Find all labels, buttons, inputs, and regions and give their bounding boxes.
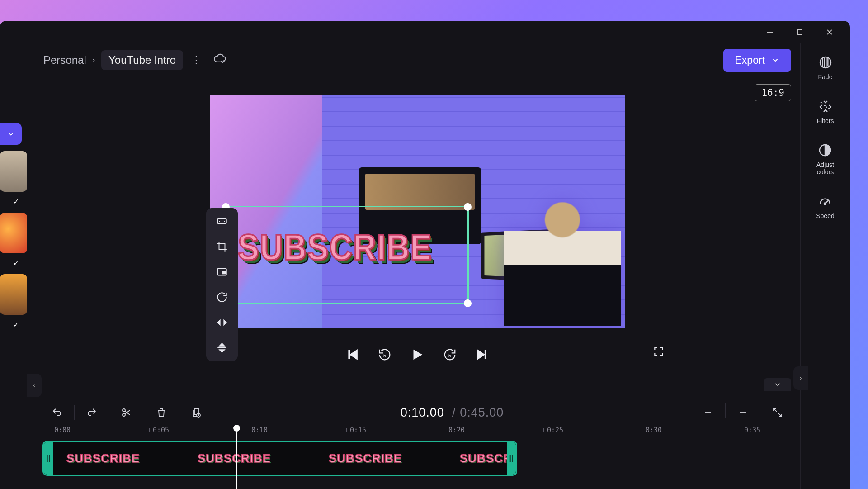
media-thumbnail[interactable] xyxy=(0,151,27,192)
redo-button[interactable] xyxy=(80,403,104,423)
fade-tool[interactable]: Fade xyxy=(818,55,833,81)
check-icon: ✓ xyxy=(9,195,23,208)
collapse-right-panel[interactable]: › xyxy=(793,366,808,390)
center-column: Personal › YouTube Intro ⋮ Export 16:9 xyxy=(34,43,800,489)
export-label: Export xyxy=(735,54,765,66)
skip-end-button[interactable] xyxy=(475,348,488,363)
rotate-button[interactable] xyxy=(213,289,231,306)
svg-point-15 xyxy=(123,413,125,416)
fade-icon xyxy=(818,55,833,70)
clip-preview-label: SUBSCRIBE xyxy=(198,451,271,465)
timeline-ruler[interactable]: 0:000:050:100:150:200:250:300:35 xyxy=(41,426,800,441)
minimize-button[interactable] xyxy=(757,21,783,43)
crop-button[interactable] xyxy=(213,238,231,255)
playhead[interactable] xyxy=(236,426,237,489)
project-title[interactable]: YouTube Intro xyxy=(101,50,183,70)
svg-marker-11 xyxy=(414,350,423,360)
svg-rect-1 xyxy=(797,30,802,34)
check-icon: ✓ xyxy=(9,256,23,270)
object-toolbar xyxy=(206,208,238,361)
svg-line-26 xyxy=(778,413,782,417)
timeline-clip[interactable]: || SUBSCRIBE SUBSCRIBE SUBSCRIBE SUBSCRI… xyxy=(42,441,517,476)
ruler-tick: 0:35 xyxy=(744,426,760,434)
timecode-display: 0:10.00 / 0:45.00 xyxy=(211,405,693,420)
flip-horizontal-button[interactable] xyxy=(213,314,231,331)
ruler-tick: 0:30 xyxy=(646,426,662,434)
chevron-right-icon: › xyxy=(90,56,98,64)
timeline-toolbar: 0:10.00 / 0:45.00 xyxy=(34,399,800,426)
fit-button[interactable] xyxy=(213,213,231,230)
svg-point-34 xyxy=(824,203,826,205)
skip-start-button[interactable] xyxy=(346,348,360,363)
selection-box[interactable]: SUBSCRIBE xyxy=(225,206,469,304)
total-time: 0:45.00 xyxy=(460,406,504,419)
check-icon: ✓ xyxy=(9,318,23,331)
clip-trim-left[interactable]: || xyxy=(44,442,53,475)
close-button[interactable] xyxy=(816,21,843,43)
current-time: 0:10.00 xyxy=(401,406,444,419)
speed-icon xyxy=(818,194,832,209)
resize-handle-br[interactable] xyxy=(464,299,472,307)
chevron-down-icon xyxy=(771,56,779,64)
fullscreen-button[interactable] xyxy=(653,346,665,359)
zoom-in-button[interactable] xyxy=(696,403,720,423)
svg-rect-4 xyxy=(217,219,226,224)
scene-person xyxy=(504,190,621,326)
pip-button[interactable] xyxy=(213,263,231,280)
split-button[interactable] xyxy=(115,403,138,423)
svg-line-25 xyxy=(774,408,777,412)
breadcrumb-root[interactable]: Personal xyxy=(43,54,86,66)
undo-button[interactable] xyxy=(45,403,69,423)
export-button[interactable]: Export xyxy=(723,49,791,72)
svg-marker-12 xyxy=(477,350,484,359)
media-panel-strip: ✓ ✓ ✓ ‹ xyxy=(0,43,34,489)
fit-timeline-button[interactable] xyxy=(766,403,789,423)
speed-tool[interactable]: Speed xyxy=(816,194,834,220)
maximize-button[interactable] xyxy=(787,21,813,43)
play-button[interactable] xyxy=(410,347,425,364)
svg-point-14 xyxy=(123,409,125,412)
timeline-panel: 0:10.00 / 0:45.00 0:000:050:100:150:200:… xyxy=(34,399,800,489)
expand-timeline-toggle[interactable] xyxy=(764,378,791,391)
forward-5s-button[interactable]: 5 xyxy=(443,348,457,363)
resize-handle-tr[interactable] xyxy=(464,203,472,211)
aspect-ratio-button[interactable]: 16:9 xyxy=(755,84,791,101)
more-options-button[interactable]: ⋮ xyxy=(187,54,206,66)
duplicate-button[interactable] xyxy=(184,403,208,423)
svg-rect-8 xyxy=(222,271,226,274)
clip-preview-label: SUBSCRIBE xyxy=(329,451,402,465)
ruler-tick: 0:25 xyxy=(547,426,563,434)
ruler-tick: 0:15 xyxy=(350,426,366,434)
ruler-tick: 0:20 xyxy=(448,426,465,434)
adjust-colors-tool[interactable]: Adjust colors xyxy=(816,143,834,176)
delete-button[interactable] xyxy=(150,403,173,423)
filters-tool[interactable]: Filters xyxy=(816,99,834,125)
subscribe-sticker[interactable]: SUBSCRIBE xyxy=(238,226,432,268)
ruler-tick: 0:05 xyxy=(153,426,169,434)
titlebar xyxy=(0,21,850,43)
clip-preview-label: SUBSCRIBE xyxy=(66,451,140,465)
svg-marker-9 xyxy=(350,350,357,359)
top-toolbar: Personal › YouTube Intro ⋮ Export xyxy=(34,43,800,77)
app-window: ✓ ✓ ✓ ‹ Personal › YouTube Intro ⋮ Expor… xyxy=(0,21,850,489)
panel-dropdown-toggle[interactable] xyxy=(0,123,22,145)
zoom-out-button[interactable] xyxy=(731,403,755,423)
svg-point-27 xyxy=(820,57,831,68)
cloud-sync-icon[interactable] xyxy=(209,53,231,67)
filters-icon xyxy=(818,99,833,114)
playback-controls: 5 5 xyxy=(34,342,800,369)
clip-trim-right[interactable]: || xyxy=(507,442,516,475)
media-thumbnail[interactable] xyxy=(0,274,27,315)
rewind-5s-button[interactable]: 5 xyxy=(378,348,392,363)
preview-canvas[interactable]: SUBSCRIBE xyxy=(210,95,625,328)
ruler-tick: 0:00 xyxy=(54,426,71,434)
right-toolbar: Fade Filters Adjust colors Speed › xyxy=(800,43,850,489)
ruler-tick: 0:10 xyxy=(251,426,268,434)
media-thumbnail[interactable] xyxy=(0,213,27,253)
adjust-icon xyxy=(818,143,832,157)
